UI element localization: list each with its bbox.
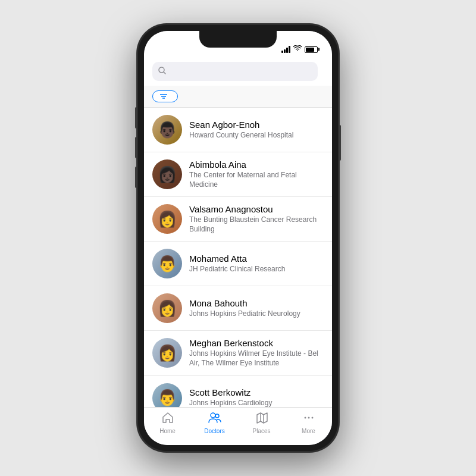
places-tab-label: Places	[252, 428, 270, 434]
provider-avatar: 👨	[152, 383, 182, 407]
svg-point-6	[215, 414, 219, 418]
svg-point-11	[311, 417, 313, 419]
svg-point-10	[308, 417, 309, 419]
provider-location: The Bunting Blaustein Cancer Research Bu…	[189, 215, 324, 234]
provider-avatar: 👩	[152, 338, 182, 368]
provider-item[interactable]: 👩Valsamo AnagnostouThe Bunting Blaustein…	[144, 197, 332, 242]
provider-name: Meghan Berkenstock	[189, 338, 324, 348]
tab-more[interactable]: More	[285, 411, 332, 434]
provider-name: Mohamed Atta	[189, 253, 324, 264]
provider-avatar: 👩	[152, 293, 182, 323]
search-input-wrapper[interactable]	[152, 62, 318, 81]
provider-item[interactable]: 👩🏿Abimbola AinaThe Center for Maternal a…	[144, 152, 332, 197]
provider-name: Valsamo Anagnostou	[189, 204, 324, 214]
provider-info: Scott BerkowitzJohns Hopkins Cardiology	[189, 387, 324, 407]
home-tab-label: Home	[159, 428, 176, 434]
provider-location: Howard County General Hospital	[189, 131, 324, 140]
tab-doctors[interactable]: Doctors	[191, 411, 238, 434]
tab-home[interactable]: Home	[144, 411, 191, 434]
provider-avatar: 👩	[152, 204, 182, 234]
provider-list: 👨🏿Sean Agbor-EnohHoward County General H…	[144, 108, 332, 407]
svg-point-9	[304, 417, 306, 419]
more-tab-icon	[302, 411, 315, 427]
provider-info: Valsamo AnagnostouThe Bunting Blaustein …	[189, 204, 324, 234]
provider-info: Mohamed AttaJH Pediatric Clinical Resear…	[189, 253, 324, 274]
search-icon	[158, 67, 166, 76]
provider-avatar: 👨🏿	[152, 115, 182, 145]
filter-area	[144, 86, 332, 108]
provider-item[interactable]: 👩Meghan BerkenstockJohns Hopkins Wilmer …	[144, 331, 332, 375]
status-time	[158, 43, 159, 54]
provider-info: Meghan BerkenstockJohns Hopkins Wilmer E…	[189, 338, 324, 368]
provider-info: Mona BahouthJohns Hopkins Pediatric Neur…	[189, 298, 324, 319]
provider-item[interactable]: 👩Mona BahouthJohns Hopkins Pediatric Neu…	[144, 286, 332, 331]
status-icons	[281, 45, 318, 54]
home-tab-icon	[161, 411, 174, 427]
svg-line-1	[164, 72, 165, 74]
provider-location: The Center for Maternal and Fetal Medici…	[189, 171, 324, 189]
provider-location: JH Pediatric Clinical Research	[189, 265, 324, 274]
more-tab-label: More	[302, 428, 315, 434]
provider-avatar: 👩🏿	[152, 159, 182, 189]
provider-info: Sean Agbor-EnohHoward County General Hos…	[189, 120, 324, 140]
phone-screen: 👨🏿Sean Agbor-EnohHoward County General H…	[144, 31, 332, 445]
provider-name: Mona Bahouth	[189, 298, 324, 308]
signal-bars-icon	[281, 46, 290, 53]
provider-name: Scott Berkowitz	[189, 387, 324, 397]
provider-location: Johns Hopkins Cardiology	[189, 399, 324, 407]
provider-item[interactable]: 👨🏿Sean Agbor-EnohHoward County General H…	[144, 108, 332, 152]
phone-wrapper: 👨🏿Sean Agbor-EnohHoward County General H…	[137, 24, 339, 452]
provider-name: Sean Agbor-Enoh	[189, 120, 324, 130]
svg-point-5	[211, 413, 215, 418]
provider-item[interactable]: 👨Mohamed AttaJH Pediatric Clinical Resea…	[144, 242, 332, 286]
provider-info: Abimbola AinaThe Center for Maternal and…	[189, 159, 324, 189]
doctors-tab-icon	[208, 411, 221, 427]
battery-icon	[305, 46, 318, 53]
provider-location: Johns Hopkins Wilmer Eye Institute - Bel…	[189, 349, 324, 368]
provider-item[interactable]: 👨Scott BerkowitzJohns Hopkins Cardiology	[144, 376, 332, 407]
places-tab-icon	[255, 411, 268, 427]
doctors-tab-label: Doctors	[204, 428, 224, 434]
tab-bar: Home Doctors Places More	[144, 407, 332, 445]
tab-places[interactable]: Places	[238, 411, 285, 434]
filter-button[interactable]	[152, 90, 178, 102]
notch	[199, 31, 277, 48]
provider-avatar: 👨	[152, 249, 182, 278]
provider-name: Abimbola Aina	[189, 159, 324, 170]
wifi-icon	[293, 45, 302, 54]
search-area	[144, 57, 332, 86]
provider-location: Johns Hopkins Pediatric Neurology	[189, 309, 324, 319]
